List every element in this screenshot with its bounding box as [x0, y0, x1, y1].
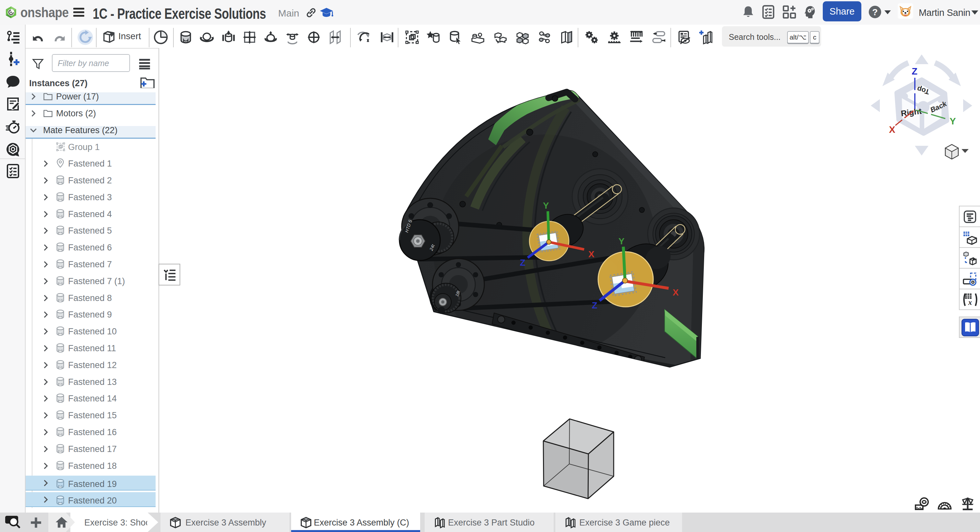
svg-text:X: X [589, 249, 595, 259]
svg-text:Y: Y [950, 116, 956, 126]
svg-text:Y: Y [619, 236, 625, 246]
svg-text:Z: Z [912, 66, 918, 76]
svg-text:x: x [968, 299, 972, 306]
svg-text:X: X [673, 287, 679, 297]
svg-text:X: X [889, 124, 896, 135]
svg-text:?: ? [872, 7, 878, 17]
svg-text:Z: Z [520, 257, 525, 268]
svg-text:Z: Z [592, 300, 597, 310]
svg-text:Y: Y [543, 200, 549, 211]
